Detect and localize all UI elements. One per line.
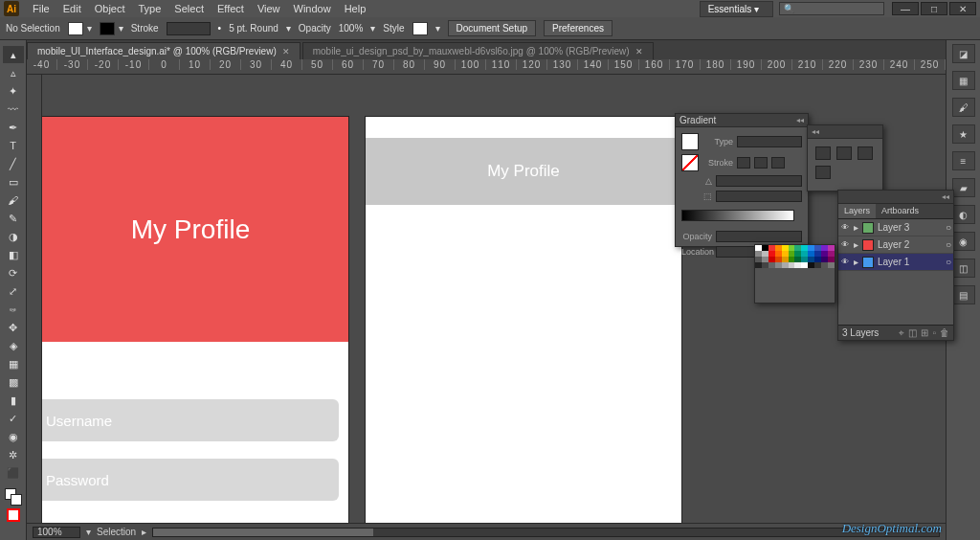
artboard-2[interactable]: My Profile (366, 117, 681, 523)
window-close-button[interactable]: ✕ (949, 2, 976, 15)
tab-artboards[interactable]: Artboards (876, 204, 924, 218)
stroke-type-3[interactable] (771, 157, 785, 169)
style-swatch[interactable] (412, 22, 428, 35)
fill-stroke-swap[interactable] (5, 488, 22, 506)
menu-edit[interactable]: Edit (57, 1, 87, 16)
preferences-button[interactable]: Preferences (544, 20, 612, 36)
eyedropper-tool[interactable]: ✓ (3, 410, 24, 427)
menu-effect[interactable]: Effect (212, 1, 250, 16)
layers-panel[interactable]: ◂◂ LayersArtboards 👁▸Layer 3○ 👁▸Layer 2○… (837, 190, 954, 341)
swatches-panel[interactable] (754, 244, 835, 304)
dock-graphic-styles-icon[interactable]: ◫ (952, 259, 975, 278)
lasso-tool[interactable]: 〰 (3, 101, 24, 118)
horizontal-scrollbar[interactable] (152, 528, 940, 537)
rotate-tool[interactable]: ⟳ (3, 264, 24, 281)
mesh-tool[interactable]: ▩ (3, 373, 24, 391)
layer-row[interactable]: 👁▸Layer 3○ (838, 219, 953, 236)
dock-gradient-icon[interactable]: ▰ (952, 178, 975, 197)
swatch[interactable] (821, 262, 828, 268)
fill-swatch[interactable] (68, 22, 83, 35)
gradient-panel[interactable]: Gradient◂◂ Type Stroke △ ⬚ Opacity Locat… (675, 113, 809, 247)
menu-window[interactable]: Window (288, 1, 337, 16)
rectangle-tool[interactable]: ▭ (3, 173, 24, 191)
swatch[interactable] (755, 262, 762, 268)
panel-collapse-icon[interactable]: ◂◂ (942, 192, 949, 201)
tab-inactive[interactable]: mobile_ui_design_psd_by_mauxwebl-d6vsl6o… (302, 42, 654, 59)
locate-layer-icon[interactable]: ⌖ (899, 327, 904, 339)
dock-brushes-icon[interactable]: 🖌 (952, 98, 975, 117)
align-icon[interactable] (836, 146, 852, 160)
dock-appearance-icon[interactable]: ◉ (952, 232, 975, 251)
tab-close-icon[interactable]: ✕ (282, 47, 290, 56)
new-layer-icon[interactable]: ▫ (932, 327, 936, 339)
gradient-ramp[interactable] (681, 210, 794, 221)
dock-stroke-icon[interactable]: ≡ (952, 151, 975, 170)
perspective-tool[interactable]: ▦ (3, 355, 24, 372)
pathfinder-icon[interactable] (858, 146, 873, 160)
dock-swatches-icon[interactable]: ▦ (952, 71, 975, 90)
artboard-1[interactable]: My Profile Username Password (42, 117, 348, 523)
eraser-tool[interactable]: ◧ (3, 246, 24, 263)
dock-symbols-icon[interactable]: ★ (952, 124, 975, 144)
make-clip-icon[interactable]: ◫ (908, 327, 917, 339)
swatch[interactable] (789, 262, 795, 268)
line-tool[interactable]: ╱ (3, 155, 24, 172)
stroke-swatch[interactable] (100, 22, 115, 35)
selection-tool[interactable]: ▴ (3, 46, 24, 63)
visibility-icon[interactable]: 👁 (840, 258, 850, 266)
panel-collapse-icon[interactable]: ◂◂ (796, 116, 804, 124)
tab-active[interactable]: mobile_UI_Interface_design.ai* @ 100% (R… (27, 42, 301, 59)
angle-input[interactable] (716, 175, 802, 187)
document-setup-button[interactable]: Document Setup (448, 20, 537, 36)
aspect-input[interactable] (716, 191, 802, 202)
help-search-input[interactable]: 🔍 (779, 2, 884, 15)
width-tool[interactable]: ⎃ (3, 301, 24, 318)
stroke-type-1[interactable] (737, 157, 750, 169)
blob-brush-tool[interactable]: ◑ (3, 228, 24, 245)
menu-help[interactable]: Help (339, 1, 372, 16)
menu-file[interactable]: File (27, 1, 56, 16)
tab-layers[interactable]: Layers (838, 204, 876, 218)
swatch[interactable] (794, 262, 801, 268)
shape-builder-tool[interactable]: ◈ (3, 337, 24, 354)
stop-opacity-input[interactable] (716, 231, 802, 242)
swatch[interactable] (775, 262, 782, 268)
swatch[interactable] (801, 262, 808, 268)
delete-layer-icon[interactable]: 🗑 (940, 327, 949, 339)
color-mode[interactable] (3, 506, 24, 524)
panel-collapse-icon[interactable]: ◂◂ (812, 127, 819, 136)
free-transform-tool[interactable]: ✥ (3, 319, 24, 336)
swatch[interactable] (828, 262, 835, 268)
column-graph-tool[interactable]: ⬛ (3, 464, 24, 482)
shape-icon[interactable] (815, 166, 831, 179)
gradient-type-dropdown[interactable] (737, 136, 802, 147)
opacity-value[interactable]: 100% (339, 23, 364, 34)
swatch[interactable] (768, 262, 775, 268)
transform-icon[interactable] (815, 146, 831, 160)
menu-view[interactable]: View (252, 1, 286, 16)
menu-type[interactable]: Type (133, 1, 167, 16)
pen-tool[interactable]: ✒ (3, 119, 24, 136)
pencil-tool[interactable]: ✎ (3, 210, 24, 227)
window-minimize-button[interactable]: — (892, 2, 919, 15)
dock-layers-icon[interactable]: ▤ (952, 285, 975, 304)
layer-row[interactable]: 👁▸Layer 2○ (838, 236, 953, 254)
magic-wand-tool[interactable]: ✦ (3, 82, 24, 100)
menu-select[interactable]: Select (168, 1, 210, 16)
direct-selection-tool[interactable]: ▵ (3, 64, 24, 81)
swatch[interactable] (814, 262, 821, 268)
symbol-sprayer-tool[interactable]: ✲ (3, 446, 24, 463)
paintbrush-tool[interactable]: 🖌 (3, 191, 24, 209)
dock-color-icon[interactable]: ◪ (952, 44, 975, 63)
zoom-dropdown[interactable]: 100% (33, 527, 80, 538)
new-sublayer-icon[interactable]: ⊞ (921, 327, 928, 339)
visibility-icon[interactable]: 👁 (840, 223, 850, 232)
gradient-preview-swatch[interactable] (681, 133, 699, 150)
tab-close-icon[interactable]: ✕ (635, 47, 643, 56)
dock-transparency-icon[interactable]: ◐ (952, 205, 975, 224)
window-maximize-button[interactable]: □ (921, 2, 947, 15)
menu-object[interactable]: Object (89, 1, 131, 16)
visibility-icon[interactable]: 👁 (840, 240, 850, 249)
gradient-none-swatch[interactable] (681, 154, 699, 171)
stroke-weight-dropdown[interactable] (167, 22, 211, 35)
